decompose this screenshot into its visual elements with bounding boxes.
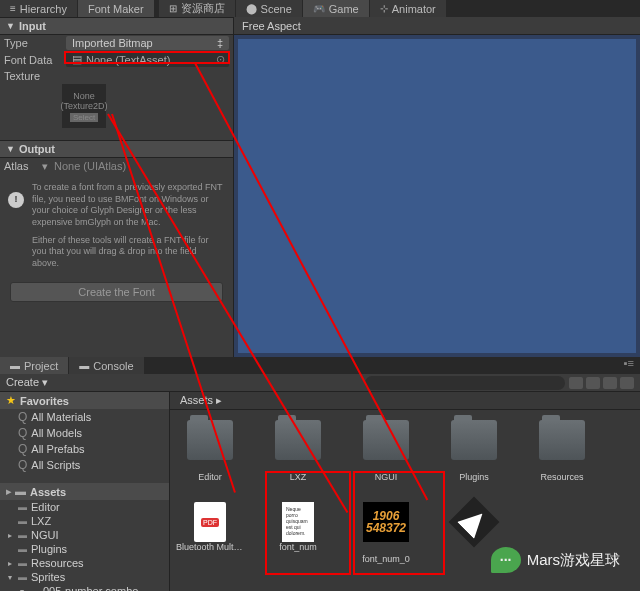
asset-file[interactable]: PDFBluetooth Multipl... <box>176 502 244 564</box>
panel-menu-icon[interactable]: ▪≡ <box>618 357 640 374</box>
tree-item[interactable]: ▬Plugins <box>0 542 169 556</box>
texture-field[interactable]: None (Texture2D) Select <box>62 84 106 128</box>
assets-breadcrumb[interactable]: Assets ▸ <box>170 392 640 410</box>
dropdown-arrow-icon: ▾ <box>42 376 48 388</box>
dropdown-arrow-icon: ‡ <box>217 37 223 49</box>
aspect-dropdown[interactable]: Free Aspect <box>242 20 301 32</box>
tree-item[interactable]: ▸▬Resources <box>0 556 169 570</box>
atlas-label: Atlas <box>4 160 42 172</box>
folder-icon: ▬ <box>18 516 27 526</box>
breadcrumb-arrow-icon: ▸ <box>216 394 222 406</box>
folder-icon: ▬ <box>18 544 27 554</box>
tab-game[interactable]: 🎮Game <box>303 0 370 17</box>
tree-item[interactable]: QAll Prefabs <box>0 441 169 457</box>
folder-icon <box>451 420 497 460</box>
tree-item[interactable]: ▬LXZ <box>0 514 169 528</box>
search-icon: Q <box>18 458 27 472</box>
search-icon: Q <box>18 442 27 456</box>
create-font-button[interactable]: Create the Font <box>10 282 223 302</box>
tab-console[interactable]: ▬Console <box>69 357 144 374</box>
tree-item[interactable]: QAll Materials <box>0 409 169 425</box>
expand-arrow-icon: ▾ <box>8 573 12 582</box>
search-icon: Q <box>18 426 27 440</box>
project-tree: ★Favorites QAll Materials QAll Models QA… <box>0 392 170 591</box>
tree-item[interactable]: ▸▬NGUI <box>0 528 169 542</box>
asset-folder[interactable]: Resources <box>528 420 596 482</box>
info-icon: ! <box>8 192 24 208</box>
tab-hierarchy[interactable]: ≡Hierarchy <box>0 0 78 17</box>
folder-icon: ▬ <box>30 586 39 591</box>
tab-animator[interactable]: ⊹Animator <box>370 0 447 17</box>
game-view <box>234 35 640 357</box>
asset-folder[interactable]: Editor <box>176 420 244 482</box>
search-filter-icons[interactable] <box>569 377 634 389</box>
folder-icon: ▸ ▬ <box>6 485 26 498</box>
folder-icon <box>539 420 585 460</box>
folder-icon: ▬ <box>18 502 27 512</box>
pdf-icon: PDF <box>194 502 226 542</box>
asset-file-fontnum[interactable]: Neque porro quisquam est qui dolorem.fon… <box>264 502 332 564</box>
output-header[interactable]: ▼ Output <box>0 140 233 158</box>
texture-label: Texture <box>4 70 66 82</box>
fontdata-field[interactable]: ▤ None (TextAsset) ⊙ <box>66 52 229 67</box>
store-icon: ⊞ <box>169 3 177 14</box>
expand-arrow-icon: ▾ <box>20 587 24 592</box>
tree-item[interactable]: QAll Models <box>0 425 169 441</box>
folder-icon: ▬ <box>18 572 27 582</box>
hierarchy-icon: ≡ <box>10 3 16 14</box>
scene-icon: ⬤ <box>246 3 257 14</box>
textasset-icon: ▤ <box>72 53 82 66</box>
folder-icon <box>363 420 409 460</box>
console-icon: ▬ <box>79 360 89 371</box>
foldout-arrow-icon: ▼ <box>6 144 15 154</box>
animator-icon: ⊹ <box>380 3 388 14</box>
create-dropdown[interactable]: Create ▾ <box>6 376 48 389</box>
tree-item[interactable]: ▾▬005-number combo <box>0 584 169 591</box>
assets-header[interactable]: ▸ ▬Assets <box>0 483 169 500</box>
folder-icon: ▬ <box>18 558 27 568</box>
input-header[interactable]: ▼ Input <box>0 17 233 35</box>
wechat-icon <box>491 547 521 573</box>
texture-thumbnail: 1906548372 <box>363 502 409 542</box>
watermark: Mars游戏星球 <box>491 547 620 573</box>
folder-icon: ▬ <box>18 530 27 540</box>
tree-item[interactable]: ▬Editor <box>0 500 169 514</box>
folder-icon <box>275 420 321 460</box>
folder-icon <box>187 420 233 460</box>
tab-scene[interactable]: ⬤Scene <box>236 0 303 17</box>
asset-folder[interactable]: Plugins <box>440 420 508 482</box>
fontmaker-panel: ▼ Input Type Imported Bitmap ‡ Font Data… <box>0 17 234 357</box>
help-message: ! To create a font from a previously exp… <box>0 174 233 278</box>
text-file-icon: Neque porro quisquam est qui dolorem. <box>282 502 314 542</box>
search-icon: Q <box>18 410 27 424</box>
dropdown-arrow-icon: ▾ <box>42 160 48 173</box>
favorites-header[interactable]: ★Favorites <box>0 392 169 409</box>
expand-arrow-icon: ▸ <box>8 559 12 568</box>
project-icon: ▬ <box>10 360 20 371</box>
asset-file-fontnum0[interactable]: 1906548372font_num_0 <box>352 502 420 564</box>
tab-fontmaker[interactable]: Font Maker <box>78 0 155 17</box>
object-picker-icon[interactable]: ⊙ <box>216 53 225 66</box>
texture-select-button[interactable]: Select <box>70 113 98 122</box>
atlas-field[interactable]: None (UIAtlas) <box>54 160 229 172</box>
asset-folder[interactable]: NGUI <box>352 420 420 482</box>
star-icon: ★ <box>6 394 16 407</box>
type-dropdown[interactable]: Imported Bitmap ‡ <box>66 36 229 50</box>
asset-folder[interactable]: LXZ <box>264 420 332 482</box>
fontdata-label: Font Data <box>4 54 66 66</box>
type-label: Type <box>4 37 66 49</box>
tree-item[interactable]: ▾▬Sprites <box>0 570 169 584</box>
tree-item[interactable]: QAll Scripts <box>0 457 169 473</box>
game-icon: 🎮 <box>313 3 325 14</box>
project-search-input[interactable] <box>365 376 565 390</box>
foldout-arrow-icon: ▼ <box>6 21 15 31</box>
tab-project[interactable]: ▬Project <box>0 357 69 374</box>
expand-arrow-icon: ▸ <box>8 531 12 540</box>
unity-logo-icon <box>451 502 497 542</box>
tab-assetstore[interactable]: ⊞资源商店 <box>159 0 236 17</box>
